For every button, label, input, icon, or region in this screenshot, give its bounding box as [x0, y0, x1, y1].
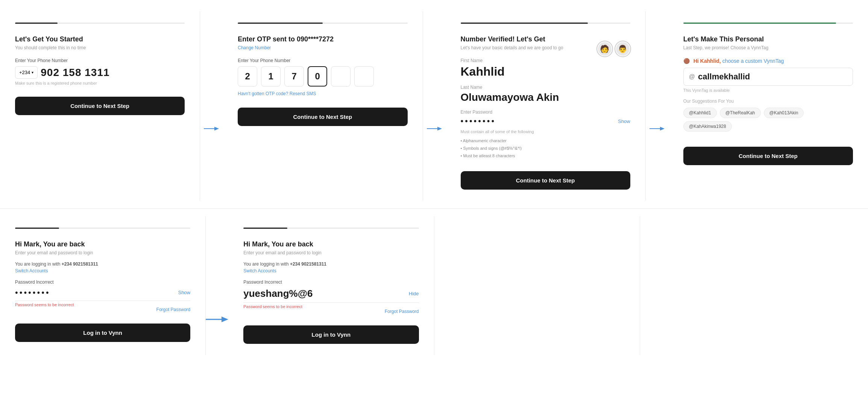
password-incorrect-label-5: Password Incorrect [15, 280, 190, 285]
password-error-6: Password seems to be incorrect [243, 304, 419, 309]
otp-boxes: 2 1 7 0 [238, 66, 407, 87]
login-btn-6[interactable]: Log in to Vynn [243, 325, 419, 344]
continue-btn-1[interactable]: Continue to Next Step [15, 97, 185, 115]
vynntag-input-row[interactable]: @ callmekhallid [683, 68, 853, 86]
panel-1-title: Let's Get You Started [15, 35, 185, 44]
progress-fill-6 [243, 228, 287, 229]
suggestion-tag-2[interactable]: @TheRealKah [720, 108, 761, 118]
panel-5-subtitle: Enter your email and password to login [15, 250, 190, 255]
suggestion-tag-3[interactable]: @Kah013Akin [764, 108, 804, 118]
avatar-1[interactable]: 🧑 [597, 41, 612, 56]
progress-bar-5 [15, 228, 190, 229]
password-incorrect-label-6: Password Incorrect [243, 280, 419, 285]
otp-box-3[interactable]: 7 [284, 66, 304, 87]
avatar-row: 🧑 👨 [597, 41, 630, 56]
password-row-3: •••••••• Show [461, 116, 630, 126]
login-with-prefix-6: You are logging in with [243, 261, 288, 267]
country-code-1: +234 [19, 70, 30, 75]
forgot-row-6: Forgot Password [243, 309, 419, 314]
panel-5-title: Hi Mark, You are back [15, 240, 190, 249]
otp-hint: Havn't gotten OTP code? Resend SMS [238, 91, 407, 96]
progress-fill-2 [238, 23, 323, 24]
vynntag-intro: 🟤 Hi Kahhlid, choose a custom VynnTag [683, 58, 853, 64]
arrow-3 [646, 11, 668, 201]
at-icon: @ [689, 73, 695, 80]
greeting-link[interactable]: choose a custom VynnTag [722, 58, 784, 64]
panel-4-subtitle: Last Step, we promise! Choose a VynnTag [683, 45, 853, 50]
phone-field-label-2: Enter Your Phone Number [238, 58, 407, 63]
password-label-3: Enter Password [461, 109, 630, 115]
panel-6-title: Hi Mark, You are back [243, 240, 419, 249]
login-with-number-6: +234 9021581311 [290, 261, 326, 267]
arrow-spacer [640, 216, 663, 355]
rules-title: Must contain all of some of the followin… [461, 128, 630, 136]
otp-box-2[interactable]: 1 [261, 66, 281, 87]
first-name-value: Kahhlid [461, 65, 630, 79]
forgot-row-5: Forgot Password [15, 307, 190, 312]
progress-fill-4 [683, 23, 836, 24]
phone-input-row-1: +234 ▾ 902 158 1311 [15, 66, 185, 79]
svg-marker-3 [437, 127, 442, 131]
greeting-prefix: Hi Kahhlid, [693, 58, 721, 64]
progress-fill-3 [461, 23, 588, 24]
panel-2-title: Enter OTP sent to 090****7272 [238, 35, 407, 44]
otp-box-1[interactable]: 2 [238, 66, 257, 87]
password-plain-6: yueshang%@6 [243, 288, 313, 299]
error-input-row-6: yueshang%@6 Hide [243, 288, 419, 303]
otp-box-5[interactable] [331, 66, 351, 87]
hide-password-link-6[interactable]: Hide [409, 291, 419, 296]
last-name-value: Oluwamayowa Akin [461, 91, 630, 103]
progress-bar-4 [683, 23, 853, 24]
phone-number-1: 902 158 1311 [41, 67, 109, 79]
avatar-2[interactable]: 👨 [615, 41, 630, 56]
continue-btn-3[interactable]: Continue to Next Step [461, 171, 630, 190]
otp-box-4[interactable]: 0 [308, 66, 327, 87]
panel-vynntag: Let's Make This Personal Last Step, we p… [668, 11, 868, 201]
last-name-label: Last Name [461, 85, 630, 90]
tag-available-text: This VynnTag is available [683, 88, 853, 93]
panel-4-title: Let's Make This Personal [683, 35, 853, 44]
vynntag-value[interactable]: callmekhallid [698, 72, 750, 82]
suggestions-label: Our Suggestions For You [683, 99, 853, 104]
show-password-link-3[interactable]: Show [618, 118, 630, 124]
panel-name-password: Number Verified! Let's Get Let's have yo… [446, 11, 646, 201]
error-input-row-5: •••••••• Show [15, 288, 190, 301]
forgot-password-link-5[interactable]: Forgot Password [156, 307, 191, 312]
svg-marker-5 [660, 127, 665, 131]
change-number-link[interactable]: Change Number [238, 45, 407, 50]
panel-spacer-2 [663, 216, 868, 355]
avatar-emoji-small: 🟤 [683, 58, 690, 64]
phone-hint-1: Make sure this is a registered phone num… [15, 81, 185, 85]
progress-bar-6 [243, 228, 419, 229]
login-btn-5[interactable]: Log in to Vynn [15, 324, 190, 342]
rule-2: • Symbols and signs (@#$%^&*!) [461, 145, 630, 152]
password-dots-3: •••••••• [461, 116, 496, 126]
progress-bar-3 [461, 23, 630, 24]
continue-btn-2[interactable]: Continue to Next Step [238, 108, 407, 126]
progress-fill-5 [15, 228, 59, 229]
panel-spacer-1 [434, 216, 640, 355]
login-with-prefix-5: You are logging in with [15, 261, 60, 267]
rule-1: • Alphanumeric character [461, 137, 630, 145]
progress-bar-1 [15, 23, 185, 24]
svg-marker-7 [222, 317, 228, 322]
suggestion-tags: @Kahhlid1 @TheRealKah @Kah013Akin @KahAk… [683, 108, 853, 132]
continue-btn-4[interactable]: Continue to Next Step [683, 147, 853, 165]
forgot-password-link-6[interactable]: Forgot Password [385, 309, 419, 314]
panel-6-subtitle: Enter your email and password to login [243, 250, 419, 255]
first-name-label: First Name [461, 58, 630, 63]
otp-box-6[interactable] [354, 66, 374, 87]
suggestion-tag-1[interactable]: @Kahhlid1 [683, 108, 717, 118]
progress-fill-1 [15, 23, 58, 24]
password-dots-5: •••••••• [15, 288, 50, 298]
show-password-link-5[interactable]: Show [178, 290, 191, 295]
panel-otp-entry: Enter OTP sent to 090****7272 Change Num… [223, 11, 423, 201]
country-select-1[interactable]: +234 ▾ [15, 66, 38, 79]
progress-bar-2 [238, 23, 407, 24]
switch-accounts-5[interactable]: Switch Accounts [15, 268, 190, 273]
suggestion-tag-4[interactable]: @KahAkinwa1928 [683, 121, 732, 132]
resend-sms-link[interactable]: Resend SMS [290, 91, 316, 96]
switch-accounts-6[interactable]: Switch Accounts [243, 268, 419, 273]
chevron-down-icon-1: ▾ [32, 70, 33, 74]
rule-3: • Must be atleast 8 characters [461, 152, 630, 160]
